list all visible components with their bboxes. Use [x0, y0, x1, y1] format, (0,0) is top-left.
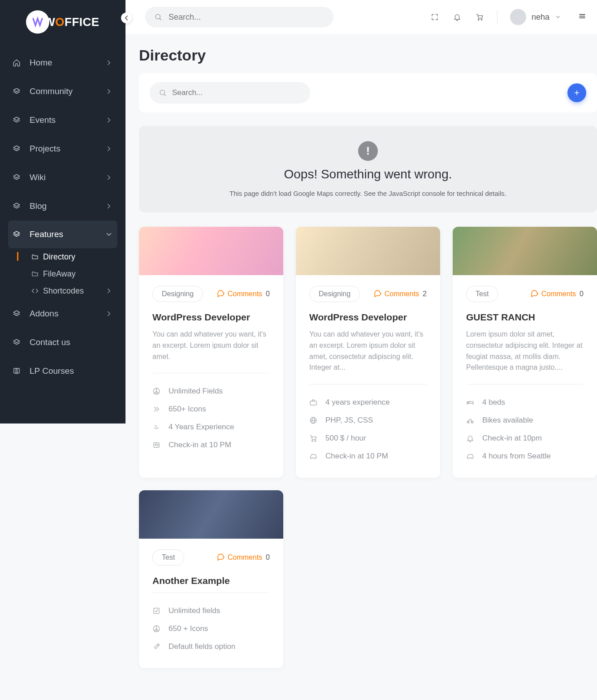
divider: [466, 384, 584, 385]
chevron-right-icon: [105, 145, 113, 153]
book-icon: [13, 367, 21, 375]
topbar: neha: [125, 0, 597, 34]
card-feature: 650+ Icons: [152, 400, 270, 418]
svg-line-21: [154, 391, 156, 393]
card-body: TestComments0Another ExampleUnlimited fi…: [139, 539, 283, 668]
card-tag[interactable]: Designing: [309, 286, 360, 302]
sidebar-subitem-directory[interactable]: Directory: [31, 248, 125, 265]
card-excerpt: You can add whatever you want, it's an e…: [309, 329, 427, 373]
svg-point-11: [481, 19, 482, 20]
chevron-right-icon: [105, 230, 113, 238]
layers-icon: [13, 202, 21, 210]
directory-search-input[interactable]: [172, 88, 301, 97]
layers-icon: [13, 310, 21, 318]
card-title[interactable]: WordPress Developer: [152, 312, 270, 323]
sidebar-subitem-label: Shortcodes: [43, 286, 84, 296]
svg-marker-5: [13, 231, 20, 235]
directory-card[interactable]: TestComments0GUEST RANCHLorem ipsum dolo…: [453, 227, 597, 478]
sidebar-subitem-shortcodes[interactable]: Shortcodes: [31, 282, 125, 299]
search-icon: [154, 13, 162, 21]
comments-label: Comments: [385, 290, 419, 298]
sidebar-item-projects[interactable]: Projects: [0, 134, 125, 163]
add-button[interactable]: [567, 83, 586, 102]
card-meta-row: DesigningComments0: [152, 286, 270, 302]
card-title[interactable]: Another Example: [152, 575, 270, 586]
card-feature: 4 hours from Seattle: [466, 447, 584, 465]
svg-point-10: [478, 19, 479, 20]
directory-card[interactable]: DesigningComments0WordPress DeveloperYou…: [139, 227, 283, 478]
fwd-icon: [152, 405, 160, 413]
card-title[interactable]: WordPress Developer: [309, 312, 427, 323]
sidebar-nav: HomeCommunityEventsProjectsWikiBlogFeatu…: [0, 48, 125, 385]
cart-button[interactable]: [475, 12, 485, 22]
card-image: [296, 227, 440, 275]
svg-marker-4: [13, 203, 20, 207]
error-message: This page didn't load Google Maps correc…: [148, 190, 588, 197]
sidebar-item-home[interactable]: Home: [0, 48, 125, 77]
sidebar-item-blog[interactable]: Blog: [0, 192, 125, 220]
cart-icon: [476, 13, 484, 21]
bed-icon: [466, 398, 474, 406]
card-feature: Bikes available: [466, 411, 584, 429]
divider: [497, 10, 497, 24]
card-excerpt: You can add whatever you want, it's an e…: [152, 329, 270, 362]
svg-point-32: [315, 441, 316, 441]
card-tag[interactable]: Test: [466, 286, 498, 302]
sidebar-collapse-button[interactable]: [121, 13, 132, 23]
card-tag[interactable]: Test: [152, 549, 184, 566]
card-comments[interactable]: Comments0: [217, 289, 270, 299]
comments-count: 2: [423, 290, 427, 298]
card-title[interactable]: GUEST RANCH: [466, 312, 584, 323]
comment-icon: [374, 289, 382, 299]
sidebar-subitem-label: FileAway: [43, 269, 76, 279]
sidebar-item-community[interactable]: Community: [0, 77, 125, 106]
user-menu[interactable]: neha: [510, 9, 561, 25]
sidebar-item-contact-us[interactable]: Contact us: [0, 328, 125, 357]
card-comments[interactable]: Comments0: [531, 289, 584, 299]
card-feature-text: Check-in at 10 PM: [325, 452, 388, 461]
sidebar-item-events[interactable]: Events: [0, 106, 125, 134]
global-search-input[interactable]: [169, 13, 324, 22]
error-heading: Oops! Something went wrong.: [148, 167, 588, 181]
directory-card[interactable]: TestComments0Another ExampleUnlimited fi…: [139, 490, 283, 668]
map-error-panel: ! Oops! Something went wrong. This page …: [139, 126, 597, 212]
directory-toolbar: [139, 73, 597, 112]
card-comments[interactable]: Comments2: [374, 289, 427, 299]
layers-icon: [13, 145, 21, 153]
svg-line-22: [156, 391, 159, 393]
sidebar-subitem-fileaway[interactable]: FileAway: [31, 265, 125, 282]
card-feature-text: PHP, JS, CSS: [325, 416, 373, 425]
comments-count: 0: [580, 290, 584, 298]
bell-icon: [466, 434, 474, 442]
svg-marker-2: [13, 146, 20, 149]
logo[interactable]: WOFFICE: [18, 8, 108, 36]
drawer-toggle[interactable]: [578, 12, 586, 22]
sidebar-item-addons[interactable]: Addons: [0, 299, 125, 328]
sidebar-item-lp-courses[interactable]: LP Courses: [0, 357, 125, 385]
global-search[interactable]: [145, 7, 333, 27]
directory-card[interactable]: DesigningComments2WordPress DeveloperYou…: [296, 227, 440, 478]
chevron-right-icon: [105, 116, 113, 124]
svg-line-9: [160, 18, 161, 20]
car-icon: [309, 452, 317, 460]
card-feature-text: 650 + Icons: [169, 624, 208, 633]
chevron-right-icon: [105, 287, 113, 295]
comment-icon: [217, 289, 225, 299]
card-feature-text: Check-in at 10 PM: [169, 441, 231, 449]
divider: [309, 384, 427, 385]
avatar: [510, 9, 526, 25]
directory-search[interactable]: [150, 82, 310, 104]
svg-rect-27: [310, 401, 316, 405]
svg-point-24: [155, 444, 156, 445]
comments-label: Comments: [228, 290, 262, 298]
sidebar-item-label: Wiki: [30, 173, 105, 182]
sidebar-item-features[interactable]: Features: [8, 220, 117, 248]
sidebar-item-wiki[interactable]: Wiki: [0, 163, 125, 192]
card-tag[interactable]: Designing: [152, 286, 203, 302]
svg-point-31: [312, 441, 313, 441]
sidebar-item-label: LP Courses: [30, 366, 113, 376]
notifications-button[interactable]: [452, 12, 462, 22]
card-comments[interactable]: Comments0: [217, 553, 270, 562]
hamburger-icon: [578, 12, 586, 20]
fullscreen-button[interactable]: [430, 12, 440, 22]
